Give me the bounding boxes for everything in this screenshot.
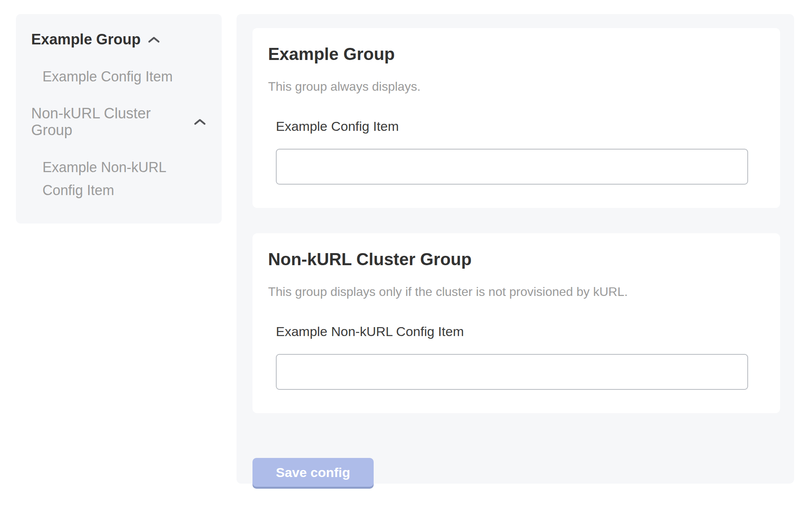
config-group-card-non-kurl-cluster-group: Non-kURL Cluster Group This group displa…	[252, 233, 780, 413]
sidebar-item-example-config-item[interactable]: Example Config Item	[42, 65, 206, 88]
group-title: Non-kURL Cluster Group	[268, 250, 764, 269]
config-sidebar: Example Group Example Config Item Non-kU…	[16, 14, 222, 224]
sidebar-group-example-group[interactable]: Example Group	[31, 31, 206, 48]
sidebar-group-label: Non-kURL Cluster Group	[31, 105, 187, 139]
group-description: This group always displays.	[268, 79, 764, 94]
example-non-kurl-config-item-input[interactable]	[276, 354, 748, 390]
chevron-up-icon[interactable]	[148, 36, 160, 44]
chevron-up-icon[interactable]	[194, 118, 206, 126]
sidebar-item-label: Example Config Item	[42, 69, 173, 84]
save-config-button[interactable]: Save config	[252, 458, 374, 487]
example-config-item-input[interactable]	[276, 149, 748, 185]
config-group-card-example-group: Example Group This group always displays…	[252, 28, 780, 208]
group-description: This group displays only if the cluster …	[268, 285, 764, 299]
config-item-label: Example Non-kURL Config Item	[276, 324, 764, 339]
config-item: Example Non-kURL Config Item	[276, 324, 764, 390]
sidebar-group-non-kurl-cluster-group[interactable]: Non-kURL Cluster Group	[31, 105, 206, 139]
config-item: Example Config Item	[276, 119, 764, 185]
sidebar-group-label: Example Group	[31, 31, 141, 48]
sidebar-item-example-non-kurl-config-item[interactable]: Example Non-kURL Config Item	[42, 156, 206, 202]
sidebar-item-label: Example Non-kURL Config Item	[42, 159, 166, 198]
group-title: Example Group	[268, 44, 764, 64]
config-item-label: Example Config Item	[276, 119, 764, 134]
config-page: Example Group Example Config Item Non-kU…	[0, 0, 812, 484]
config-main-panel: Example Group This group always displays…	[237, 14, 794, 484]
